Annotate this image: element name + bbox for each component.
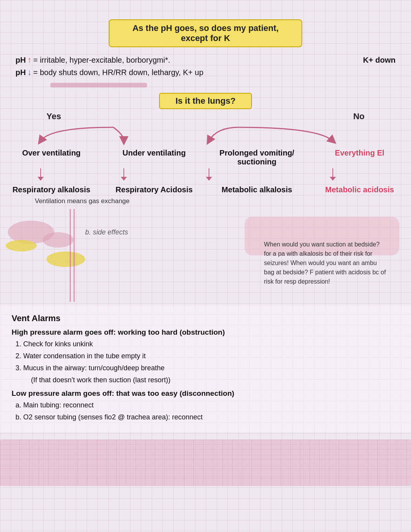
lungs-text: Is it the lungs?: [175, 96, 235, 106]
lungs-question-section: Is it the lungs?: [0, 93, 411, 109]
yes-label: Yes: [46, 111, 61, 121]
condition-everything-el: Everything El: [308, 149, 411, 166]
no-label: No: [353, 111, 365, 121]
bottom-pink-area: [0, 440, 411, 486]
title-banner: As the pH goes, so does my patient, exce…: [109, 19, 302, 47]
vert-line-2: [74, 209, 75, 302]
vert-line-1: [70, 209, 71, 302]
title-text: As the pH goes, so does my patient, exce…: [132, 23, 279, 43]
title-section: As the pH goes, so does my patient, exce…: [0, 19, 411, 47]
svg-marker-1: [38, 177, 44, 181]
high-pressure-item-3: 3. Mucus in the airway: turn/cough/deep …: [12, 363, 399, 373]
high-pressure-label: High pressure alarm goes off: working to…: [12, 328, 399, 337]
diagnoses-row: Respiratory alkalosis Respiratory Acidos…: [0, 185, 411, 194]
svg-marker-5: [206, 177, 212, 181]
yellow-blob-1: [6, 240, 37, 251]
conditions-row: Over ventilating Under ventilating Prolo…: [0, 149, 411, 166]
condition-over-vent: Over ventilating: [0, 149, 103, 166]
diagnosis-met-alk: Metabolic alkalosis: [206, 185, 308, 194]
svg-marker-3: [121, 177, 127, 181]
ph-down-label: pH: [15, 68, 26, 77]
small-arrows-svg: [0, 168, 411, 182]
vent-alarms-title: Vent Alarms: [12, 313, 399, 323]
low-pressure-item-2: b. O2 sensor tubing (senses fio2 @ trach…: [12, 412, 399, 423]
condition-vomiting: Prolonged vomiting/ suctioning: [206, 149, 308, 166]
ph-up-label: pH: [15, 56, 26, 65]
bottom-pink-grid: [0, 440, 411, 486]
diagnosis-resp-alk: Respiratory alkalosis: [0, 185, 103, 194]
pink-hl-1: [50, 83, 147, 87]
high-pressure-item-4: (If that doesn't work then suction (last…: [12, 375, 399, 385]
pink-highlight-row: [15, 81, 396, 89]
high-pressure-item-1: 1. Check for kinks unkink: [12, 339, 399, 349]
pink-blob-2: [43, 232, 74, 248]
ph-up-line: pH ↑ = irritable, hyper-excitable, borbo…: [15, 55, 396, 65]
ph-down-line: pH ↓ = body shuts down, HR/RR down, leth…: [15, 67, 396, 77]
lungs-banner: Is it the lungs?: [159, 93, 252, 109]
condition-under-vent: Under ventilating: [103, 149, 206, 166]
ph-up-arrow: ↑: [27, 55, 32, 65]
diagnosis-met-acid: Metabolic acidosis: [308, 185, 411, 194]
ph-down-text: = body shuts down, HR/RR down, lethargy,…: [33, 68, 204, 77]
low-pressure-item-1: a. Main tubing: reconnect: [12, 400, 399, 411]
yellow-blob-2: [46, 251, 85, 267]
svg-marker-7: [330, 177, 336, 181]
yes-no-row: Yes No: [0, 111, 411, 121]
illustration-area: b. side effects When would you want suct…: [0, 209, 411, 302]
diagnosis-resp-acid: Respiratory Acidosis: [103, 185, 206, 194]
illus-center-text: b. side effects: [85, 228, 128, 236]
ph-down-arrow: ↓: [27, 67, 32, 77]
ph-lines-section: pH ↑ = irritable, hyper-excitable, borbo…: [0, 55, 411, 77]
high-pressure-item-2: 2. Water condensation in the tube empty …: [12, 351, 399, 361]
k-down-label: K+ down: [363, 56, 396, 65]
vent-alarms-section: Vent Alarms High pressure alarm goes off…: [0, 306, 411, 432]
ph-up-text: = irritable, hyper-excitable, borborygmi…: [33, 56, 170, 65]
page-container: As the pH goes, so does my patient, exce…: [0, 0, 411, 494]
vent-note: Ventilation means gas exchange: [0, 197, 411, 205]
low-pressure-label: Low pressure alarm goes off: that was to…: [12, 389, 399, 398]
illus-right-text: When would you want suction at bedside? …: [264, 240, 388, 286]
flow-arrows-svg: [0, 123, 411, 147]
